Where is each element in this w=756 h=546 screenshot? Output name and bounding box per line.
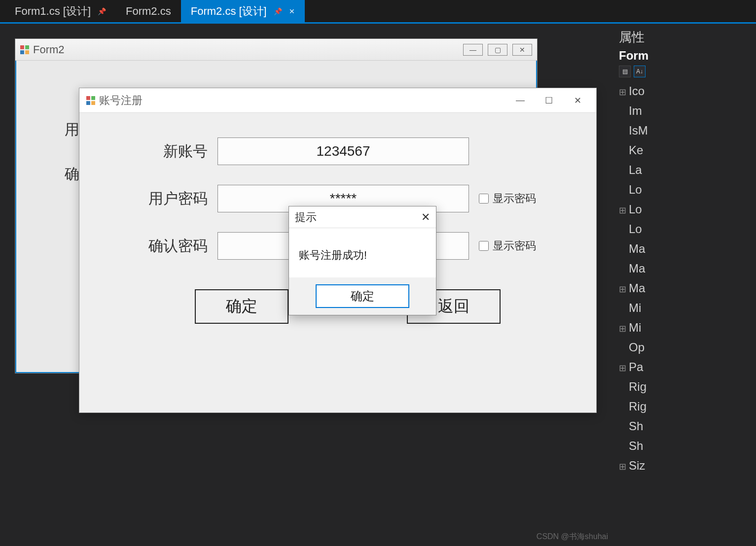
expand-icon[interactable]: ⊞ (619, 461, 627, 472)
svg-rect-5 (91, 96, 95, 100)
pin-icon[interactable]: 📌 (274, 7, 282, 15)
property-row[interactable]: ⊞Lo (619, 200, 756, 219)
form2-title: Form2 (33, 43, 65, 56)
property-row[interactable]: ⊞Ma (619, 278, 756, 298)
ide-body: Form2 — ▢ ✕ 用 确 账号注册 — ☐ (0, 24, 756, 546)
maximize-button[interactable]: ☐ (537, 92, 561, 109)
minimize-button[interactable]: — (508, 92, 532, 109)
properties-toolbar: ▤ A↓ (619, 66, 756, 77)
property-label: Mi (629, 301, 641, 314)
show-password-label-2: 显示密码 (493, 239, 536, 253)
property-row[interactable]: Mi (619, 298, 756, 318)
property-label: Ico (629, 84, 645, 98)
app-icon (86, 96, 95, 105)
messagebox[interactable]: 提示 ✕ 账号注册成功! 确定 (288, 206, 436, 315)
maximize-button[interactable]: ▢ (488, 44, 507, 56)
properties-list[interactable]: ⊞IcoImIsMKeLaLo⊞LoLoMaMa⊞MaMi⊞MiOp⊞PaRig… (619, 81, 756, 476)
new-account-input[interactable] (217, 137, 469, 165)
property-row[interactable]: Ma (619, 239, 756, 259)
property-label: Lo (629, 183, 642, 196)
designer-surface: Form2 — ▢ ✕ 用 确 账号注册 — ☐ (15, 38, 608, 531)
pin-icon[interactable]: 📌 (98, 7, 106, 15)
property-row[interactable]: Im (619, 101, 756, 121)
property-row[interactable]: ⊞Mi (619, 318, 756, 338)
property-row[interactable]: Ma (619, 259, 756, 278)
property-label: Mi (629, 321, 641, 334)
property-label: Rig (629, 400, 647, 413)
property-label: Sh (629, 419, 643, 433)
alphabetical-icon[interactable]: A↓ (634, 66, 646, 77)
svg-rect-7 (91, 101, 95, 105)
property-row[interactable]: ⊞Siz (619, 456, 756, 476)
close-icon[interactable]: ✕ (421, 211, 430, 224)
expand-icon[interactable]: ⊞ (619, 323, 627, 334)
document-tabs: Form1.cs [设计] 📌 Form2.cs Form2.cs [设计] 📌… (0, 0, 756, 24)
property-label: Lo (629, 203, 642, 216)
hidden-label-1: 用 (65, 120, 79, 140)
password-label: 用户密码 (129, 189, 208, 209)
register-window-controls: — ☐ ✕ (508, 92, 589, 109)
form2-window-controls: — ▢ ✕ (463, 44, 532, 56)
property-row[interactable]: Lo (619, 180, 756, 200)
expand-icon[interactable]: ⊞ (619, 205, 627, 216)
property-row[interactable]: La (619, 160, 756, 180)
property-label: Ke (629, 143, 643, 157)
expand-icon[interactable]: ⊞ (619, 363, 627, 374)
property-label: Op (629, 341, 645, 354)
tab-label: Form2.cs [设计] (191, 4, 267, 19)
property-row[interactable]: Sh (619, 416, 756, 436)
new-account-row: 新账号 (129, 137, 567, 165)
property-label: Ma (629, 262, 645, 275)
property-label: Sh (629, 439, 643, 452)
tab-form1-design[interactable]: Form1.cs [设计] 📌 (5, 0, 116, 22)
show-password-2[interactable]: 显示密码 (479, 239, 536, 253)
show-password-label-1: 显示密码 (493, 191, 536, 206)
show-password-checkbox-1[interactable] (479, 194, 489, 204)
hidden-label-2: 确 (65, 164, 79, 184)
property-label: Ma (629, 242, 645, 255)
svg-rect-0 (20, 45, 24, 49)
close-button[interactable]: ✕ (512, 44, 532, 56)
properties-title: 属性 (619, 29, 756, 46)
property-label: Ma (629, 281, 645, 295)
property-row[interactable]: ⊞Ico (619, 81, 756, 101)
property-label: Siz (629, 459, 645, 472)
close-icon[interactable]: ✕ (289, 7, 295, 15)
svg-rect-4 (86, 96, 90, 100)
confirm-label: 确认密码 (129, 236, 208, 256)
property-label: Pa (629, 360, 643, 374)
register-title: 账号注册 (99, 93, 143, 108)
tab-label: Form1.cs [设计] (15, 4, 91, 19)
property-row[interactable]: ⊞Pa (619, 357, 756, 377)
minimize-button[interactable]: — (463, 44, 483, 56)
messagebox-titlebar[interactable]: 提示 ✕ (289, 206, 436, 228)
property-row[interactable]: Lo (619, 219, 756, 239)
svg-rect-6 (86, 101, 90, 105)
form2-titlebar[interactable]: Form2 — ▢ ✕ (15, 39, 537, 61)
close-button[interactable]: ✕ (566, 92, 589, 109)
register-titlebar[interactable]: 账号注册 — ☐ ✕ (79, 88, 596, 113)
watermark: CSDN @书海shuhai (537, 532, 608, 542)
property-row[interactable]: Rig (619, 397, 756, 416)
property-row[interactable]: Op (619, 338, 756, 357)
tab-form2-code[interactable]: Form2.cs (116, 0, 181, 22)
property-row[interactable]: Rig (619, 377, 756, 397)
show-password-checkbox-2[interactable] (479, 241, 489, 251)
messagebox-ok-button[interactable]: 确定 (316, 284, 409, 308)
expand-icon[interactable]: ⊞ (619, 284, 627, 295)
property-label: Lo (629, 222, 642, 236)
messagebox-title: 提示 (295, 210, 317, 225)
property-label: Rig (629, 380, 647, 393)
show-password-1[interactable]: 显示密码 (479, 191, 536, 206)
property-row[interactable]: Ke (619, 140, 756, 160)
expand-icon[interactable]: ⊞ (619, 87, 627, 98)
properties-object: Form (619, 49, 756, 63)
property-label: IsM (629, 124, 648, 137)
ok-button[interactable]: 确定 (195, 289, 288, 324)
property-row[interactable]: Sh (619, 436, 756, 456)
property-row[interactable]: IsM (619, 121, 756, 140)
new-account-label: 新账号 (129, 141, 208, 162)
tab-form2-design[interactable]: Form2.cs [设计] 📌 ✕ (181, 0, 305, 22)
property-label: Im (629, 104, 642, 117)
categorized-icon[interactable]: ▤ (619, 66, 631, 77)
